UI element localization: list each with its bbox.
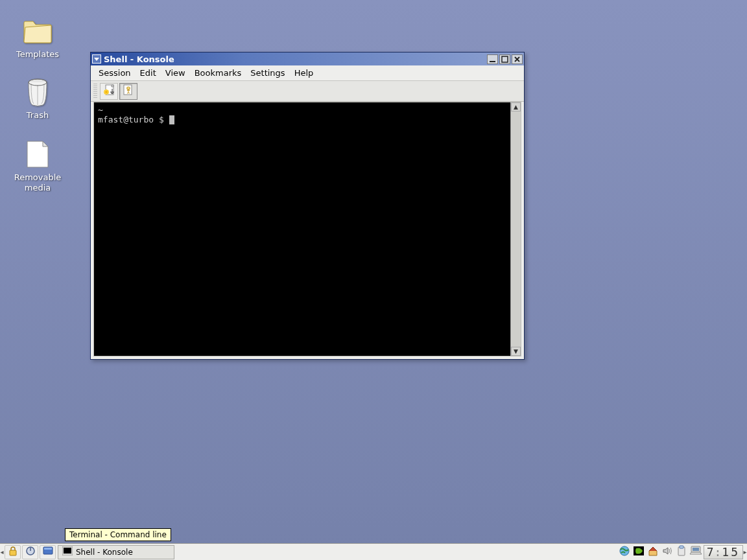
menu-help[interactable]: Help (290, 67, 318, 79)
home-icon (647, 545, 659, 559)
svg-rect-10 (44, 548, 52, 550)
lock-icon (7, 545, 19, 559)
menu-settings[interactable]: Settings (246, 67, 289, 79)
maximize-button[interactable] (499, 54, 510, 64)
clock-minutes: 15 (722, 545, 740, 559)
launcher-lock-screen[interactable] (5, 545, 21, 559)
toolbar (91, 81, 524, 102)
menu-view[interactable]: View (161, 67, 189, 79)
tooltip: Terminal - Command line (65, 528, 171, 541)
terminal-icon (62, 546, 73, 557)
nvidia-icon (633, 545, 645, 559)
task-entry-konsole[interactable]: Shell - Konsole (58, 545, 174, 559)
svg-rect-16 (680, 546, 683, 548)
desktop-icon-label: Trash (5, 110, 70, 121)
tray-globe[interactable] (618, 545, 632, 559)
scroll-down-icon[interactable]: ▼ (511, 347, 521, 356)
panel-hide-right[interactable]: ▸ (743, 544, 747, 560)
scroll-up-icon[interactable]: ▲ (511, 102, 521, 111)
desktop-icon (42, 545, 54, 559)
desktop-icon-templates[interactable]: Templates (5, 16, 70, 60)
menu-bookmarks[interactable]: Bookmarks (191, 67, 246, 79)
page-icon (22, 139, 53, 170)
tray-laptop[interactable] (689, 545, 703, 559)
desktop-icon-removable[interactable]: Removable media (5, 139, 70, 193)
scroll-track[interactable] (511, 111, 521, 347)
svg-rect-3 (502, 56, 508, 62)
desktop-icon-trash[interactable]: Trash (5, 76, 70, 121)
power-icon (25, 545, 36, 559)
desktop-icon-label: Removable media (5, 172, 70, 193)
titlebar[interactable]: Shell - Konsole (91, 52, 524, 65)
tray-klipper[interactable] (675, 545, 689, 559)
svg-rect-18 (693, 548, 699, 551)
panel-hide-left[interactable]: ◂ (0, 544, 4, 560)
menu-edit[interactable]: Edit (136, 67, 160, 79)
panel-clock[interactable]: 7:15 (704, 545, 743, 559)
system-tray (618, 545, 704, 559)
tab-session-icon (121, 83, 136, 99)
tray-home[interactable] (646, 545, 660, 559)
window-menu-icon[interactable] (92, 54, 101, 64)
terminal-output: ~ mfast@turbo $ (94, 102, 510, 356)
trash-icon (22, 76, 53, 108)
svg-rect-7 (10, 550, 16, 555)
menu-session[interactable]: Session (95, 67, 135, 79)
klipper-icon (676, 545, 687, 559)
laptop-icon (689, 545, 702, 559)
tab-session-button[interactable] (119, 83, 137, 100)
volume-icon (661, 545, 673, 559)
new-session-icon (102, 83, 116, 99)
svg-rect-2 (490, 61, 495, 62)
terminal-cursor (169, 115, 174, 124)
svg-rect-12 (64, 548, 71, 554)
globe-icon (619, 545, 630, 559)
menubar: Session Edit View Bookmarks Settings Hel… (91, 65, 524, 81)
toolbar-handle[interactable] (93, 84, 97, 99)
minimize-button[interactable] (487, 54, 498, 64)
task-entry-label: Shell - Konsole (76, 548, 133, 557)
konsole-window: Shell - Konsole Session Edit View Bookma… (90, 52, 525, 360)
taskbar: ◂ Shell - Konsole 7:15 ▸ (0, 543, 747, 560)
desktop-icon-label: Templates (5, 49, 70, 60)
terminal[interactable]: ~ mfast@turbo $ ▲ ▼ (93, 102, 521, 356)
terminal-scrollbar[interactable]: ▲ ▼ (510, 102, 521, 356)
folder-icon (22, 16, 53, 47)
window-title: Shell - Konsole (102, 54, 486, 64)
tray-nvidia[interactable] (632, 545, 646, 559)
new-session-button[interactable] (100, 83, 118, 100)
launcher-logout[interactable] (22, 545, 38, 559)
close-button[interactable] (512, 54, 523, 64)
launcher-show-desktop[interactable] (40, 545, 56, 559)
tray-volume[interactable] (661, 545, 674, 559)
